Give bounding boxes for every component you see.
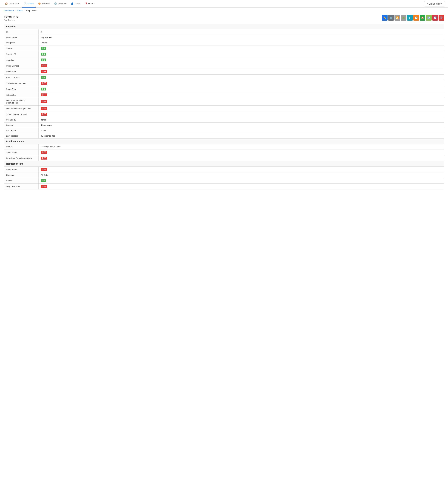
nav-themes[interactable]: 🎨 Themes	[36, 0, 52, 8]
send-button[interactable]: ➤	[407, 15, 413, 21]
addons-icon: ⚙️	[54, 2, 57, 5]
table-row: Save & Resume LaterOFF	[4, 80, 444, 86]
table-row: Only Plain TextOFF	[4, 184, 444, 189]
breadcrumb-forms[interactable]: Forms	[17, 9, 22, 12]
breadcrumb-dashboard[interactable]: Dashboard	[4, 9, 14, 12]
main-content: Form Info ID8Form NameBug TrackerLanguag…	[0, 24, 448, 193]
status-badge: OFF	[41, 64, 47, 67]
info-table: Form Info ID8Form NameBug TrackerLanguag…	[4, 24, 444, 189]
status-badge: OFF	[41, 107, 47, 110]
status-badge: ON	[41, 179, 46, 182]
table-row: Created byadmin	[4, 117, 444, 123]
status-badge: ON	[41, 76, 46, 79]
nav-help[interactable]: ❓ Help ▾	[83, 0, 96, 8]
confirmation-info-section-header: Confirmation Info	[4, 139, 444, 144]
page-subtitle: Bug Tracker	[4, 19, 18, 21]
status-badge: OFF	[41, 168, 47, 171]
status-badge: OFF	[41, 70, 47, 73]
nav-addons[interactable]: ⚙️ Add-Ons	[52, 0, 68, 8]
flow-button[interactable]: 🔀	[395, 15, 400, 21]
table-row: AnalyticsON	[4, 57, 444, 63]
breadcrumb: Dashboard / Forms / Bug Tracker	[0, 8, 448, 14]
table-row: Form NameBug Tracker	[4, 35, 444, 40]
status-badge: OFF	[41, 185, 47, 188]
status-badge: ON	[41, 47, 46, 50]
refresh-button[interactable]: 🔄	[432, 15, 438, 21]
table-row: AttachON	[4, 178, 444, 184]
page-title-block: Form Info Bug Tracker	[4, 15, 18, 21]
table-row: Limit Submissions per UserOFF	[4, 106, 444, 111]
table-row: Schedule Form ActivityOFF	[4, 111, 444, 117]
create-new-button[interactable]: + Create New ▾	[424, 1, 445, 6]
table-row: Spam filterON	[4, 86, 444, 92]
notification-info-section-header: Notification Info	[4, 161, 444, 167]
table-row: No validateOFF	[4, 69, 444, 75]
table-row: Last updated48 seconds ago	[4, 133, 444, 139]
table-row: Send EmailOFF	[4, 149, 444, 155]
main-nav: 🏠 Dashboard 📄 Forms 🎨 Themes ⚙️ Add-Ons …	[0, 0, 448, 8]
table-row: Use passwordOFF	[4, 63, 444, 69]
nav-forms[interactable]: 📄 Forms	[22, 0, 36, 8]
status-badge: ON	[41, 88, 46, 91]
table-row: Created4 hours ago	[4, 123, 444, 128]
status-badge: OFF	[41, 157, 47, 159]
share-button[interactable]: ↗️	[426, 15, 432, 21]
home-alt-button[interactable]: 🏠	[420, 15, 425, 21]
breadcrumb-current: Bug Tracker	[26, 9, 37, 12]
table-row: How toMessage above Form	[4, 144, 444, 149]
schedule-button[interactable]: 🕐	[413, 15, 419, 21]
form-info-section-header: Form Info	[4, 24, 444, 30]
table-row: Auto completeON	[4, 75, 444, 80]
themes-icon: 🎨	[38, 2, 41, 5]
nav-dashboard[interactable]: 🏠 Dashboard	[3, 0, 21, 8]
table-row: LanguageEnglish	[4, 40, 444, 46]
page-title: Form Info	[4, 15, 18, 18]
toolbar: ✏️ ⚙️ 🔀 ✳️ ➤ 🕐 🏠 ↗️ 🔄 🗑️	[382, 15, 444, 21]
delete-button[interactable]: 🗑️	[439, 15, 444, 21]
table-row: Save to DBON	[4, 51, 444, 57]
status-badge: ON	[41, 53, 46, 56]
table-row: reCaptchaOFF	[4, 92, 444, 98]
status-badge: OFF	[41, 100, 47, 103]
table-row: Limit Total Number of SubmissionsOFF	[4, 98, 444, 106]
status-badge: OFF	[41, 151, 47, 154]
nav-users[interactable]: 👤 Users	[69, 0, 82, 8]
settings-button[interactable]: ⚙️	[388, 15, 394, 21]
table-row: Last Editoradmin	[4, 128, 444, 133]
status-badge: OFF	[41, 113, 47, 116]
table-row: ID8	[4, 30, 444, 35]
table-row: Includes a Submission CopyOFF	[4, 155, 444, 161]
table-row: StatusON	[4, 46, 444, 51]
integrate-button[interactable]: ✳️	[401, 15, 406, 21]
forms-icon: 📄	[24, 2, 27, 5]
chevron-down-icon: ▾	[441, 3, 442, 5]
page-header: Form Info Bug Tracker ✏️ ⚙️ 🔀 ✳️ ➤ 🕐 🏠 ↗…	[0, 14, 448, 24]
help-icon: ❓	[85, 2, 87, 5]
table-row: Send EmailOFF	[4, 167, 444, 173]
chevron-down-icon: ▾	[94, 3, 95, 4]
dashboard-icon: 🏠	[5, 2, 8, 5]
status-badge: ON	[41, 59, 46, 61]
edit-button[interactable]: ✏️	[382, 15, 387, 21]
table-row: ContentsAll Data	[4, 173, 444, 178]
status-badge: OFF	[41, 94, 47, 96]
status-badge: OFF	[41, 82, 47, 85]
users-icon: 👤	[71, 2, 74, 5]
